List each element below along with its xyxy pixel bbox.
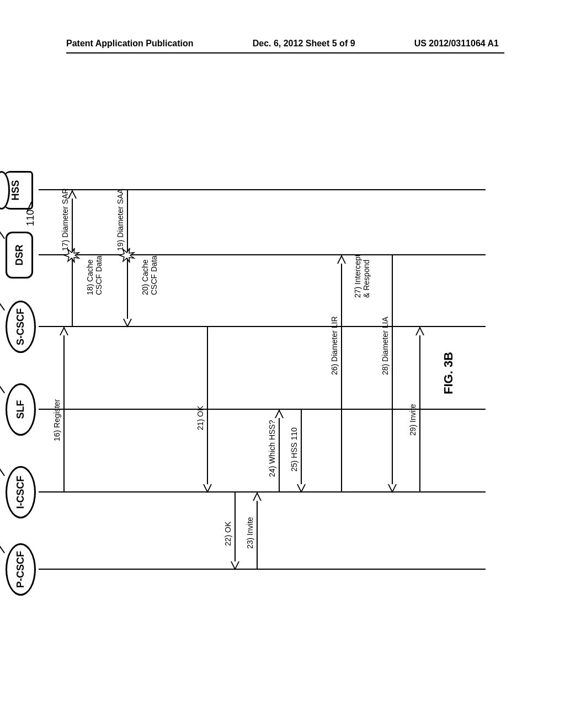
pcscf-label: P-CSCF — [15, 551, 26, 588]
arrow-16 — [63, 327, 65, 493]
msg-27: 27) Intercept & Respond — [353, 254, 371, 298]
arrow-25 — [301, 410, 302, 493]
svg-marker-0 — [65, 248, 79, 263]
entity-pcscf: P-CSCF — [6, 543, 36, 596]
msg-21: 21) OK — [196, 406, 205, 430]
icscf-label: I-CSCF — [15, 476, 26, 509]
msg-23: 23) Invite — [246, 517, 254, 549]
arrow-21 — [207, 327, 208, 493]
scscf-shape: S-CSCF — [6, 301, 36, 353]
slf-label: SLF — [15, 400, 26, 419]
icscf-shape: I-CSCF — [6, 466, 36, 518]
entity-dsr: DSR — [6, 232, 33, 279]
entity-scscf: S-CSCF — [6, 301, 36, 353]
header-center: Dec. 6, 2012 Sheet 5 of 9 — [253, 39, 355, 49]
svg-marker-1 — [120, 248, 134, 263]
slf-shape: SLF — [6, 383, 36, 436]
msg-17: 17) Diameter SAR — [61, 188, 70, 251]
sequence-diagram: P-CSCF 114 I-CSCF 118 SLF 112 S-CSCF 116… — [6, 199, 486, 596]
entity-icscf: I-CSCF — [6, 466, 36, 518]
msg-19: 19) Diameter SAA — [116, 189, 125, 251]
msg-28: 28) Diameter LIA — [381, 317, 390, 375]
msg-24: 24) Which HSS? — [268, 420, 276, 477]
lifeline-dsr — [39, 254, 486, 255]
header-left: Patent Application Publication — [66, 39, 194, 49]
arrow-24 — [279, 410, 280, 493]
msg-22: 22) OK — [223, 522, 232, 546]
msg-25: 25) HSS 110 — [290, 427, 299, 472]
hss-label: HSS — [10, 180, 22, 201]
page-header: Patent Application Publication Dec. 6, 2… — [0, 39, 565, 49]
arrow-29 — [419, 327, 420, 493]
figure-label: FIG. 3B — [441, 352, 456, 394]
msg-16: 16) Register — [52, 399, 61, 441]
arrow-26 — [341, 255, 342, 493]
star-icon-19 — [119, 247, 135, 264]
header-right: US 2012/0311064 A1 — [414, 39, 499, 49]
entity-slf: SLF — [6, 383, 36, 436]
dsr-shape: DSR — [6, 232, 33, 279]
lifeline-hss — [39, 189, 486, 190]
msg-29: 29) Invite — [408, 404, 417, 436]
lifeline-slf — [39, 409, 486, 410]
pcscf-shape: P-CSCF — [6, 543, 36, 596]
hss-shape: HSS — [0, 171, 33, 210]
ref-110: 110 — [25, 210, 36, 226]
arrow-28 — [392, 255, 393, 493]
header-divider — [66, 52, 504, 53]
msg-18: 18) Cache CSCF Data — [86, 255, 103, 295]
star-icon-17 — [63, 247, 80, 264]
msg-26: 26) Diameter LIR — [330, 316, 339, 375]
arrow-22 — [234, 493, 236, 570]
scscf-label: S-CSCF — [15, 308, 26, 345]
dsr-label: DSR — [14, 245, 25, 266]
entity-hss: HSS — [0, 171, 33, 210]
msg-20: 20) Cache CSCF Data — [141, 255, 158, 295]
lifeline-icscf — [39, 491, 486, 493]
arrow-23 — [257, 493, 258, 570]
lifeline-pcscf — [39, 569, 486, 570]
